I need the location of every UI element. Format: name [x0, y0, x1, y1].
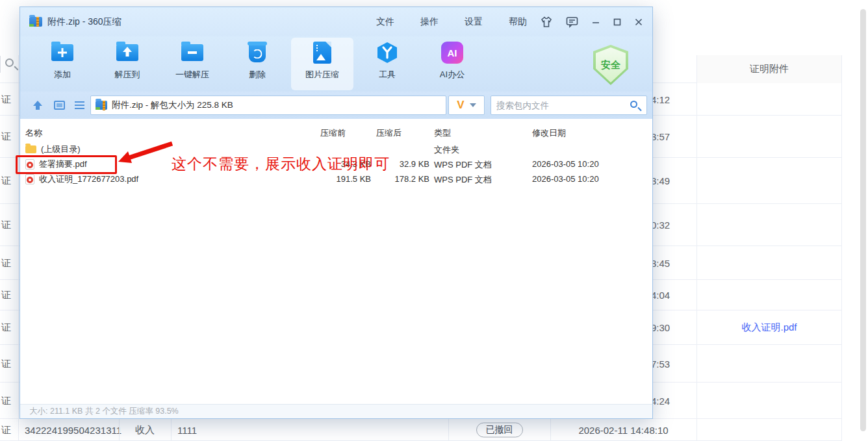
- minimize-icon[interactable]: [591, 18, 600, 27]
- folder-one-click-extract-icon: [181, 44, 203, 61]
- folder-add-icon: [51, 44, 73, 61]
- chevron-down-icon: [470, 103, 476, 107]
- annotation-arrow: [117, 139, 177, 168]
- file-list-header: 名称 压缩前 压缩后 类型 修改日期: [20, 127, 652, 140]
- column-modified[interactable]: 修改日期: [532, 127, 566, 139]
- partial-cell-text: 证: [1, 394, 11, 407]
- archive-path-text: 附件.zip - 解包大小为 225.8 KB: [112, 99, 233, 111]
- vip-v-logo: V: [457, 99, 464, 112]
- column-size-before[interactable]: 压缩前: [320, 127, 346, 139]
- attachment-cell: [696, 83, 842, 116]
- security-badge-label: 安全: [601, 59, 620, 71]
- ai-office-icon: AI: [441, 42, 463, 64]
- menu-actions[interactable]: 操作: [420, 16, 439, 28]
- menu-settings[interactable]: 设置: [465, 16, 483, 28]
- status-badge: 已撤回: [476, 422, 523, 437]
- folder-icon: [25, 145, 36, 153]
- partial-time-text: 4:24: [651, 395, 670, 406]
- feedback-icon[interactable]: [566, 16, 579, 28]
- table-left-border: [18, 55, 19, 441]
- partial-time-text: 4:04: [651, 290, 670, 301]
- skin-theme-icon[interactable]: [539, 16, 554, 29]
- partial-cell-text: 证: [1, 219, 11, 231]
- trash-icon: [249, 43, 266, 62]
- up-directory-icon[interactable]: [32, 99, 44, 111]
- thumbnail-view-icon[interactable]: [54, 101, 65, 110]
- zip-file-icon: [29, 17, 42, 27]
- partial-cell-text: 证: [1, 423, 11, 436]
- attachment-header-label: 证明附件: [750, 63, 789, 75]
- search-input[interactable]: [491, 96, 628, 114]
- window-title: 附件.zip - 360压缩: [47, 16, 121, 28]
- maximize-icon[interactable]: [613, 18, 622, 27]
- one-click-extract-button[interactable]: 一键解压: [161, 38, 223, 90]
- ai-office-button[interactable]: AI AI办公: [421, 38, 483, 90]
- attachment-column-header[interactable]: 证明附件: [696, 55, 842, 83]
- security-shield-badge[interactable]: 安全: [593, 45, 628, 85]
- attachment-cell: [696, 246, 842, 280]
- attachment-cell: [696, 116, 842, 158]
- datetime-cell: 2026-02-11 14:48:10: [550, 424, 696, 435]
- partial-cell-text: 证: [1, 357, 11, 370]
- toolbar: 添加 解压到 一键解压 删除 图片压缩: [20, 36, 652, 92]
- attachment-cell: [696, 280, 842, 310]
- attachment-cell: [696, 204, 842, 246]
- menubar: 文件 操作 设置 帮助: [376, 7, 527, 36]
- table-row-visible: 证 342224199504231311 收入 1111 已撤回 2026-02…: [0, 419, 842, 441]
- tools-cube-icon: [376, 42, 398, 64]
- partial-time-text: 3:49: [651, 175, 670, 186]
- attachment-cell: [696, 419, 842, 441]
- tools-button[interactable]: 工具: [356, 38, 418, 90]
- folder-extract-icon: [116, 44, 138, 61]
- attachment-cell: 收入证明.pdf: [696, 310, 842, 345]
- attachment-cell: [696, 383, 842, 419]
- amount-cell: 1111: [177, 424, 197, 435]
- partial-time-text: 3:45: [651, 257, 670, 268]
- window-controls: [539, 7, 643, 36]
- titlebar[interactable]: 附件.zip - 360压缩 文件 操作 设置 帮助: [20, 7, 652, 36]
- 360zip-window: 附件.zip - 360压缩 文件 操作 设置 帮助: [19, 6, 653, 419]
- status-badge-cell: 已撤回: [448, 422, 550, 437]
- partial-cell-text: 证: [1, 131, 11, 143]
- add-button[interactable]: 添加: [31, 38, 94, 90]
- address-bar: 附件.zip - 解包大小为 225.8 KB V: [20, 92, 652, 119]
- image-compress-icon: [313, 42, 331, 64]
- zip-file-icon: [96, 101, 107, 110]
- menu-file[interactable]: 文件: [376, 16, 394, 28]
- archive-path-box[interactable]: 附件.zip - 解包大小为 225.8 KB: [90, 95, 446, 115]
- menu-help[interactable]: 帮助: [509, 16, 527, 28]
- search-box: [491, 95, 647, 115]
- column-divider: [171, 419, 172, 440]
- partial-time-text: 7:53: [651, 358, 670, 369]
- image-compress-button[interactable]: 图片压缩: [291, 38, 353, 90]
- attachment-link[interactable]: 收入证明.pdf: [741, 321, 797, 334]
- extract-to-button[interactable]: 解压到: [96, 38, 159, 90]
- search-icon[interactable]: [630, 101, 637, 108]
- annotation-text: 这个不需要，展示收入证明即可: [172, 154, 390, 174]
- id-number-cell: 342224199504231311: [25, 424, 121, 435]
- column-name[interactable]: 名称: [25, 127, 42, 139]
- page-scrollbar[interactable]: [860, 9, 866, 431]
- partial-time-text: 4:12: [651, 94, 670, 105]
- partial-cell-text: 证: [1, 321, 11, 334]
- vip-dropdown[interactable]: V: [448, 95, 485, 115]
- attachment-cell: [696, 345, 842, 383]
- column-size-after[interactable]: 压缩后: [376, 127, 402, 139]
- column-type[interactable]: 类型: [434, 127, 451, 139]
- attachment-cell: [696, 158, 842, 204]
- partial-time-text: 0:32: [651, 220, 670, 231]
- category-cell: 收入: [119, 423, 171, 436]
- partial-cell-text: 证: [1, 257, 11, 269]
- partial-cell-text: 证: [1, 289, 11, 301]
- partial-time-text: 3:57: [651, 131, 670, 142]
- screen: 证明附件 证 4:12 证 3:57 证 3:49 证 0:32: [0, 0, 868, 441]
- partial-cell-text: 证: [1, 175, 11, 187]
- annotation-highlight-rectangle: [16, 155, 117, 174]
- list-view-icon[interactable]: [75, 101, 84, 103]
- pdf-file-icon: [25, 174, 34, 184]
- partial-time-text: 9:30: [651, 322, 670, 333]
- delete-button[interactable]: 删除: [226, 38, 288, 90]
- status-bar: 大小: 211.1 KB 共 2 个文件 压缩率 93.5%: [20, 404, 652, 418]
- partial-cell-text: 证: [1, 93, 11, 105]
- close-icon[interactable]: [634, 18, 643, 27]
